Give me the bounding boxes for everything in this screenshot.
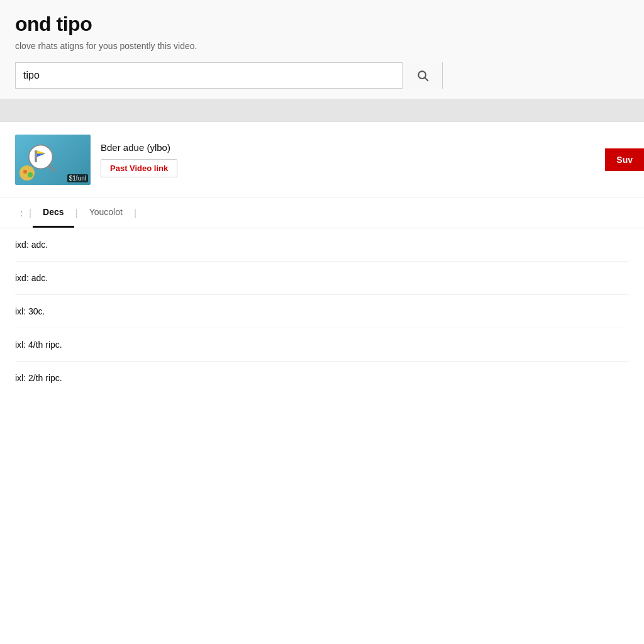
svg-rect-3 bbox=[35, 150, 36, 162]
tab-sep-1: | bbox=[29, 208, 31, 219]
tabs-row: : | Decs | Youcolot | bbox=[0, 198, 644, 228]
top-section: ond tipo clove rhats atigns for yous pos… bbox=[0, 0, 644, 122]
svg-point-8 bbox=[23, 170, 27, 174]
tab-empty: : bbox=[15, 199, 28, 227]
subscribe-button[interactable]: Suv bbox=[605, 148, 644, 171]
gray-bar bbox=[0, 99, 644, 121]
list-item-text: ixd: adc. bbox=[15, 240, 48, 250]
subtitle: clove rhats atigns for yous postently th… bbox=[15, 41, 629, 51]
video-card: $1funl Bder adue (ylbo) Past Video link … bbox=[0, 122, 644, 198]
video-info: Bder adue (ylbo) Past Video link bbox=[101, 142, 629, 177]
thumbnail-label: $1funl bbox=[67, 174, 88, 182]
content-section: $1funl Bder adue (ylbo) Past Video link … bbox=[0, 122, 644, 394]
svg-point-0 bbox=[418, 71, 426, 79]
tab-sep-2: | bbox=[75, 208, 78, 219]
search-icon bbox=[416, 69, 429, 82]
list-item-text: ixl: 4/th ripc. bbox=[15, 340, 62, 350]
svg-line-1 bbox=[425, 78, 428, 80]
svg-point-9 bbox=[28, 172, 33, 177]
page-wrapper: ond tipo clove rhats atigns for yous pos… bbox=[0, 0, 644, 644]
tab-youcolot[interactable]: Youcolot bbox=[79, 198, 133, 228]
list-item: ixd: adc. bbox=[15, 228, 629, 262]
video-title: Bder adue (ylbo) bbox=[101, 142, 629, 153]
search-button[interactable] bbox=[402, 62, 442, 89]
search-row bbox=[15, 62, 629, 89]
page-title: ond tipo bbox=[15, 13, 629, 36]
thumbnail-bottom-icon bbox=[18, 164, 36, 182]
svg-line-6 bbox=[49, 165, 54, 171]
list-section: ixd: adc. ixd: adc. ixl: 30c. ixl: 4/th … bbox=[0, 228, 644, 394]
svg-point-7 bbox=[19, 165, 35, 180]
list-item: ixl: 30c. bbox=[15, 295, 629, 328]
list-item: ixl: 2/th ripc. bbox=[15, 362, 629, 394]
past-video-link-button[interactable]: Past Video link bbox=[101, 159, 177, 177]
list-item-text: ixl: 2/th ripc. bbox=[15, 373, 62, 383]
list-item-text: ixl: 30c. bbox=[15, 306, 45, 316]
list-item: ixl: 4/th ripc. bbox=[15, 328, 629, 362]
search-input[interactable] bbox=[16, 63, 402, 88]
list-item: ixd: adc. bbox=[15, 262, 629, 295]
tab-sep-3: | bbox=[134, 208, 136, 219]
video-thumbnail: $1funl bbox=[15, 135, 91, 185]
tab-decs[interactable]: Decs bbox=[33, 198, 74, 228]
list-item-text: ixd: adc. bbox=[15, 273, 48, 283]
search-input-wrapper bbox=[15, 62, 443, 89]
